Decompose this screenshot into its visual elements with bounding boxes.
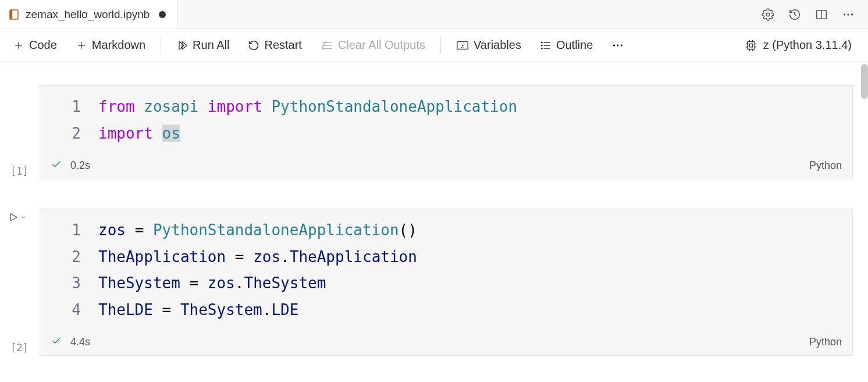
- run-all-label: Run All: [193, 38, 229, 52]
- clear-outputs-label: Clear All Outputs: [338, 38, 425, 52]
- dirty-indicator-icon: [159, 11, 166, 18]
- tab-bar: zemax_hello_world.ipynb: [0, 0, 868, 29]
- line-number: 1: [40, 94, 98, 121]
- notebook-cell: [2]1zos = PythonStandaloneApplication()2…: [0, 208, 868, 356]
- svg-point-6: [847, 13, 849, 15]
- notebook-icon: [8, 9, 20, 20]
- check-icon: [51, 335, 62, 349]
- cell-language[interactable]: Python: [809, 336, 842, 348]
- gear-icon[interactable]: [761, 8, 775, 22]
- cell-status-bar: 4.4sPython: [40, 331, 852, 355]
- code-line: 2import os: [40, 121, 852, 147]
- line-number: 1: [40, 217, 98, 244]
- svg-point-25: [541, 48, 542, 49]
- outline-label: Outline: [556, 38, 593, 52]
- svg-point-2: [766, 13, 770, 16]
- line-content: from zosapi import PythonStandaloneAppli…: [98, 94, 517, 121]
- tab-active[interactable]: zemax_hello_world.ipynb: [0, 0, 178, 29]
- separator: [161, 37, 161, 54]
- add-markdown-label: Markdown: [92, 38, 145, 52]
- line-content: zos = PythonStandaloneApplication(): [98, 217, 417, 244]
- cell-body[interactable]: 1from zosapi import PythonStandaloneAppl…: [40, 85, 853, 179]
- kernel-selector[interactable]: z (Python 3.11.4): [745, 38, 862, 52]
- toolbar-more-button[interactable]: [604, 36, 631, 55]
- svg-text:x: x: [461, 43, 464, 48]
- variables-button[interactable]: x Variables: [449, 35, 528, 55]
- add-code-button[interactable]: Code: [6, 35, 64, 55]
- svg-rect-1: [10, 10, 12, 19]
- variables-label: Variables: [474, 38, 521, 52]
- cell-body[interactable]: 1zos = PythonStandaloneApplication()2The…: [40, 208, 853, 356]
- kernel-label: z (Python 3.11.4): [763, 38, 852, 52]
- svg-point-27: [617, 44, 619, 46]
- line-content: TheSystem = zos.TheSystem: [98, 270, 326, 297]
- line-content: import os: [98, 121, 180, 147]
- check-icon: [51, 158, 62, 173]
- split-editor-icon[interactable]: [814, 8, 828, 22]
- code-line: 1from zosapi import PythonStandaloneAppl…: [40, 94, 852, 121]
- svg-marker-39: [11, 214, 17, 221]
- outline-button[interactable]: Outline: [533, 35, 600, 55]
- add-markdown-button[interactable]: Markdown: [69, 35, 152, 55]
- cell-language[interactable]: Python: [809, 160, 842, 172]
- svg-point-26: [613, 44, 615, 46]
- line-number: 2: [40, 121, 98, 147]
- cell-status-bar: 0.2sPython: [40, 155, 852, 179]
- exec-count: [1]: [10, 165, 29, 177]
- line-number: 4: [40, 297, 98, 324]
- line-content: TheApplication = zos.TheApplication: [98, 244, 417, 271]
- line-content: TheLDE = TheSystem.LDE: [98, 297, 298, 324]
- line-number: 2: [40, 244, 98, 271]
- code-line: 2TheApplication = zos.TheApplication: [40, 244, 852, 271]
- code-line: 1zos = PythonStandaloneApplication(): [40, 217, 852, 244]
- execution-duration: 0.2s: [70, 160, 90, 172]
- clear-outputs-button[interactable]: Clear All Outputs: [314, 35, 432, 55]
- restart-button[interactable]: Restart: [241, 35, 308, 55]
- add-code-label: Code: [29, 38, 57, 52]
- tab-actions: [761, 8, 868, 22]
- cell-gutter: [1]: [0, 85, 40, 179]
- history-icon[interactable]: [788, 8, 802, 22]
- run-all-button[interactable]: Run All: [169, 35, 236, 55]
- notebook-cell: [1]1from zosapi import PythonStandaloneA…: [0, 85, 868, 179]
- code-line: 3TheSystem = zos.TheSystem: [40, 270, 852, 297]
- svg-point-5: [844, 13, 845, 15]
- svg-point-7: [851, 13, 853, 15]
- code-editor[interactable]: 1from zosapi import PythonStandaloneAppl…: [40, 86, 852, 155]
- tab-title: zemax_hello_world.ipynb: [26, 8, 150, 21]
- svg-point-24: [541, 45, 542, 46]
- more-icon[interactable]: [841, 8, 855, 22]
- notebook-toolbar: Code Markdown Run All Restart Clear All …: [0, 29, 868, 62]
- execution-duration: 4.4s: [70, 336, 90, 348]
- run-cell-button[interactable]: [8, 212, 27, 222]
- svg-rect-30: [749, 44, 753, 47]
- restart-label: Restart: [264, 38, 301, 52]
- svg-rect-29: [747, 41, 755, 49]
- scrollbar-thumb[interactable]: [861, 64, 868, 99]
- svg-point-28: [621, 44, 622, 46]
- code-line: 4TheLDE = TheSystem.LDE: [40, 297, 852, 324]
- line-number: 3: [40, 270, 98, 297]
- cell-gutter: [2]: [0, 208, 40, 356]
- separator: [440, 37, 441, 54]
- cells-container: [1]1from zosapi import PythonStandaloneA…: [0, 62, 868, 356]
- code-editor[interactable]: 1zos = PythonStandaloneApplication()2The…: [40, 209, 852, 331]
- exec-count: [2]: [10, 342, 29, 353]
- svg-point-23: [541, 42, 542, 43]
